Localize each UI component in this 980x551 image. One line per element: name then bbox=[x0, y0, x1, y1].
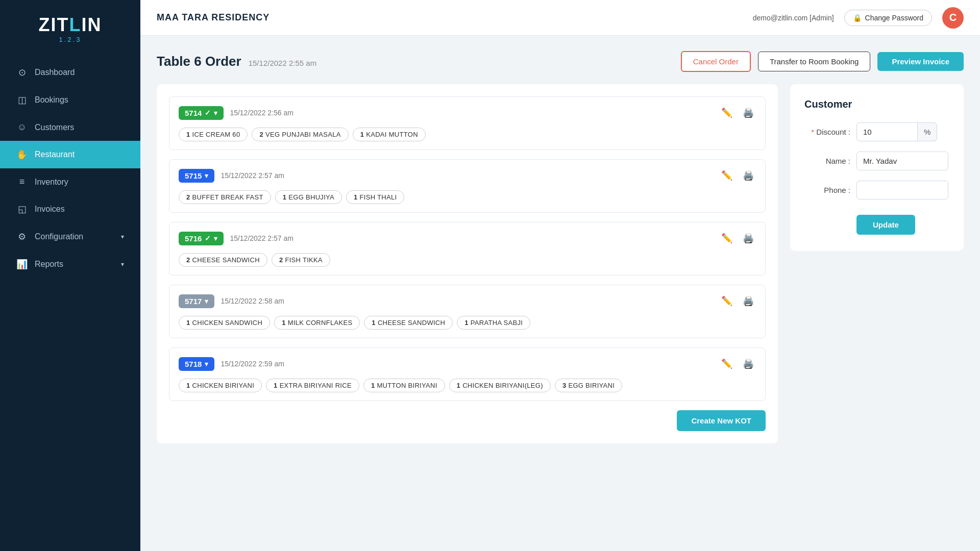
edit-kot-button[interactable]: ✏️ bbox=[719, 231, 734, 246]
discount-field: * Discount : % bbox=[804, 122, 949, 141]
content-layout: 5714 ✓ ▾ 15/12/2022 2:56 am ✏️ 🖨️ 1ICE C… bbox=[157, 84, 964, 443]
percent-badge: % bbox=[918, 122, 937, 141]
topbar: MAA TARA RESIDENCY demo@zitlin.com [Admi… bbox=[140, 0, 980, 36]
sidebar-nav: ⊙ Dashboard ◫ Bookings ☺ Customers ✋ Res… bbox=[0, 54, 140, 551]
customer-panel: Customer * Discount : % Name : Phone : bbox=[790, 84, 964, 251]
sidebar-item-label: Configuration bbox=[35, 232, 83, 241]
kot-item: 5717 ▾ 15/12/2022 2:58 am ✏️ 🖨️ 1CHICKEN… bbox=[169, 285, 766, 338]
create-new-kot-button[interactable]: Create New KOT bbox=[677, 410, 766, 431]
preview-invoice-button[interactable]: Preview Invoice bbox=[877, 52, 964, 71]
cancel-order-button[interactable]: Cancel Order bbox=[681, 51, 751, 72]
kot-item: 5715 ▾ 15/12/2022 2:57 am ✏️ 🖨️ 2BUFFET … bbox=[169, 159, 766, 213]
reports-icon: 📊 bbox=[16, 259, 28, 270]
kot-tag: 1CHICKEN SANDWICH bbox=[179, 316, 270, 330]
kot-tag: 1MILK CORNFLAKES bbox=[274, 316, 360, 330]
lock-icon: 🔒 bbox=[853, 14, 862, 22]
page-title: Table 6 Order bbox=[157, 54, 241, 69]
property-name: MAA TARA RESIDENCY bbox=[157, 12, 270, 23]
kot-time: 15/12/2022 2:58 am bbox=[220, 297, 284, 305]
chevron-down-icon: ▾ bbox=[121, 233, 124, 240]
sidebar-item-label: Restaurant bbox=[35, 150, 75, 159]
kot-tag: 1CHICKEN BIRIYANI(LEG) bbox=[449, 379, 551, 392]
sidebar-item-label: Bookings bbox=[35, 95, 68, 105]
logo-version: 1.2.3 bbox=[59, 36, 82, 43]
update-button[interactable]: Update bbox=[856, 215, 915, 235]
kot-items-list: 1ICE CREAM 602VEG PUNJABI MASALA1KADAI M… bbox=[179, 128, 756, 141]
kot-header-left: 5715 ▾ 15/12/2022 2:57 am bbox=[179, 169, 284, 183]
sidebar-item-invoices[interactable]: ◱ Invoices bbox=[0, 195, 140, 223]
page-header: Table 6 Order 15/12/2022 2:55 am Cancel … bbox=[157, 51, 964, 72]
sidebar-item-inventory[interactable]: ≡ Inventory bbox=[0, 168, 140, 195]
page-actions: Cancel Order Transfer to Room Booking Pr… bbox=[681, 51, 964, 72]
orders-panel: 5714 ✓ ▾ 15/12/2022 2:56 am ✏️ 🖨️ 1ICE C… bbox=[157, 84, 778, 443]
sidebar-item-reports[interactable]: 📊 Reports ▾ bbox=[0, 251, 140, 278]
kot-tag: 3EGG BIRIYANI bbox=[555, 379, 622, 392]
main-content: MAA TARA RESIDENCY demo@zitlin.com [Admi… bbox=[140, 0, 980, 551]
kot-badge[interactable]: 5714 ✓ ▾ bbox=[179, 106, 224, 120]
kot-items-list: 2CHEESE SANDWICH2FISH TIKKA bbox=[179, 253, 756, 267]
avatar[interactable]: C bbox=[942, 7, 964, 29]
kot-badge[interactable]: 5715 ▾ bbox=[179, 169, 214, 183]
kot-header: 5718 ▾ 15/12/2022 2:59 am ✏️ 🖨️ bbox=[179, 356, 756, 371]
kot-badge[interactable]: 5718 ▾ bbox=[179, 357, 214, 371]
kot-actions: ✏️ 🖨️ bbox=[719, 231, 756, 246]
edit-kot-button[interactable]: ✏️ bbox=[719, 168, 734, 183]
kot-badge[interactable]: 5716 ✓ ▾ bbox=[179, 232, 224, 245]
kot-badge[interactable]: 5717 ▾ bbox=[179, 294, 214, 308]
page-datetime: 15/12/2022 2:55 am bbox=[249, 59, 316, 67]
change-password-label: Change Password bbox=[865, 14, 923, 22]
kot-tag: 1CHICKEN BIRIYANI bbox=[179, 379, 262, 392]
chevron-down-icon: ▾ bbox=[121, 261, 124, 268]
sidebar: ZITLIN 1.2.3 ⊙ Dashboard ◫ Bookings ☺ Cu… bbox=[0, 0, 140, 551]
change-password-button[interactable]: 🔒 Change Password bbox=[844, 10, 932, 26]
name-input[interactable] bbox=[856, 152, 948, 170]
edit-kot-button[interactable]: ✏️ bbox=[719, 293, 734, 309]
configuration-icon: ⚙ bbox=[16, 231, 28, 242]
transfer-to-room-booking-button[interactable]: Transfer to Room Booking bbox=[758, 52, 871, 71]
kot-tag: 1MUTTON BIRIYANI bbox=[363, 379, 445, 392]
invoices-icon: ◱ bbox=[16, 204, 28, 215]
topbar-right: demo@zitlin.com [Admin] 🔒 Change Passwor… bbox=[753, 7, 964, 29]
kot-tag: 2VEG PUNJABI MASALA bbox=[252, 128, 348, 141]
sidebar-item-label: Inventory bbox=[35, 178, 68, 187]
sidebar-item-label: Customers bbox=[35, 123, 74, 132]
sidebar-item-dashboard[interactable]: ⊙ Dashboard bbox=[0, 59, 140, 86]
kot-header: 5716 ✓ ▾ 15/12/2022 2:57 am ✏️ 🖨️ bbox=[179, 231, 756, 246]
kot-tag: 1KADAI MUTTON bbox=[353, 128, 426, 141]
phone-input[interactable] bbox=[856, 181, 948, 199]
name-field: Name : bbox=[804, 152, 949, 170]
discount-input[interactable] bbox=[856, 122, 918, 141]
kot-header-left: 5717 ▾ 15/12/2022 2:58 am bbox=[179, 294, 284, 308]
kot-time: 15/12/2022 2:57 am bbox=[220, 171, 284, 180]
sidebar-item-customers[interactable]: ☺ Customers bbox=[0, 114, 140, 141]
kot-item: 5718 ▾ 15/12/2022 2:59 am ✏️ 🖨️ 1CHICKEN… bbox=[169, 347, 766, 401]
kot-actions: ✏️ 🖨️ bbox=[719, 293, 756, 309]
print-kot-button[interactable]: 🖨️ bbox=[741, 105, 756, 120]
print-kot-button[interactable]: 🖨️ bbox=[741, 168, 756, 183]
kot-header: 5715 ▾ 15/12/2022 2:57 am ✏️ 🖨️ bbox=[179, 168, 756, 183]
print-kot-button[interactable]: 🖨️ bbox=[741, 356, 756, 371]
discount-label: * Discount : bbox=[804, 128, 850, 136]
kot-tag: 1CHEESE SANDWICH bbox=[364, 316, 453, 330]
sidebar-item-bookings[interactable]: ◫ Bookings bbox=[0, 86, 140, 114]
print-kot-button[interactable]: 🖨️ bbox=[741, 293, 756, 309]
create-kot-area: Create New KOT bbox=[169, 410, 766, 431]
kot-tag: 1PARATHA SABJI bbox=[457, 316, 530, 330]
print-kot-button[interactable]: 🖨️ bbox=[741, 231, 756, 246]
kot-header-left: 5718 ▾ 15/12/2022 2:59 am bbox=[179, 357, 284, 371]
edit-kot-button[interactable]: ✏️ bbox=[719, 356, 734, 371]
kot-items-list: 1CHICKEN SANDWICH1MILK CORNFLAKES1CHEESE… bbox=[179, 316, 756, 330]
edit-kot-button[interactable]: ✏️ bbox=[719, 105, 734, 120]
sidebar-item-restaurant[interactable]: ✋ Restaurant bbox=[0, 141, 140, 168]
kot-time: 15/12/2022 2:57 am bbox=[230, 234, 293, 242]
sidebar-item-label: Dashboard bbox=[35, 68, 75, 77]
dashboard-icon: ⊙ bbox=[16, 67, 28, 78]
kot-tag: 2BUFFET BREAK FAST bbox=[179, 190, 271, 204]
kot-item: 5714 ✓ ▾ 15/12/2022 2:56 am ✏️ 🖨️ 1ICE C… bbox=[169, 96, 766, 150]
kot-tag: 2CHEESE SANDWICH bbox=[179, 253, 267, 267]
kot-item: 5716 ✓ ▾ 15/12/2022 2:57 am ✏️ 🖨️ 2CHEES… bbox=[169, 222, 766, 276]
kot-actions: ✏️ 🖨️ bbox=[719, 168, 756, 183]
sidebar-item-configuration[interactable]: ⚙ Configuration ▾ bbox=[0, 223, 140, 251]
discount-group: % bbox=[856, 122, 937, 141]
sidebar-item-label: Reports bbox=[35, 260, 63, 269]
